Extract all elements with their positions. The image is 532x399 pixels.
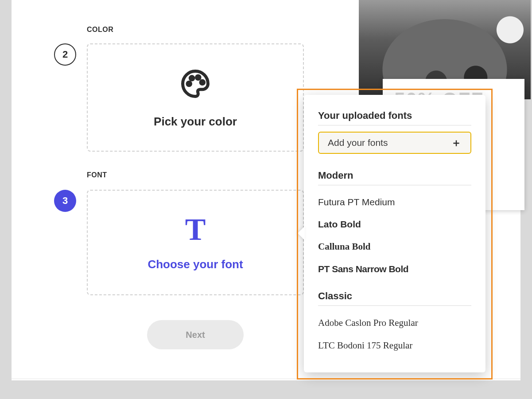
font-option[interactable]: Calluna Bold — [318, 241, 471, 252]
step-badge-2: 2 — [54, 43, 76, 66]
choose-font-title: Choose your font — [148, 258, 243, 271]
step-badge-3: 3 — [54, 190, 76, 212]
add-fonts-button[interactable]: Add your fonts ＋ — [318, 132, 471, 154]
svg-point-1 — [190, 76, 194, 80]
font-option[interactable]: Lato Bold — [318, 219, 471, 230]
step-label-font: FONT — [87, 171, 107, 179]
font-option[interactable]: Futura PT Medium — [318, 197, 471, 207]
font-option[interactable]: PT Sans Narrow Bold — [318, 264, 471, 274]
font-group: ModernFutura PT MediumLato BoldCalluna B… — [318, 170, 471, 274]
step-number-2: 2 — [62, 49, 68, 60]
add-fonts-label: Add your fonts — [328, 137, 388, 148]
palette-icon — [179, 67, 212, 102]
font-option[interactable]: LTC Bodoni 175 Regular — [318, 340, 471, 351]
svg-point-3 — [201, 81, 204, 84]
svg-point-2 — [197, 75, 200, 79]
font-group: ClassicAdobe Caslon Pro RegularLTC Bodon… — [318, 290, 471, 351]
popup-arrow — [298, 226, 305, 240]
pick-color-card[interactable]: Pick your color — [87, 43, 304, 152]
pick-color-title: Pick your color — [154, 115, 237, 129]
bottom-divider — [12, 379, 520, 379]
font-picker-popup: Your uploaded fonts Add your fonts ＋ Mod… — [304, 95, 485, 372]
type-icon: T — [185, 214, 206, 245]
plus-icon: ＋ — [451, 136, 462, 150]
choose-font-card[interactable]: T Choose your font — [87, 190, 304, 295]
font-option[interactable]: Adobe Caslon Pro Regular — [318, 317, 471, 329]
next-button-label: Next — [186, 330, 205, 340]
next-button[interactable]: Next — [147, 320, 244, 349]
uploaded-fonts-title: Your uploaded fonts — [318, 110, 471, 125]
font-group-title: Modern — [318, 170, 471, 185]
step-number-3: 3 — [62, 195, 68, 207]
svg-point-0 — [187, 82, 191, 86]
step-label-color: COLOR — [87, 26, 113, 34]
font-group-title: Classic — [318, 290, 471, 306]
